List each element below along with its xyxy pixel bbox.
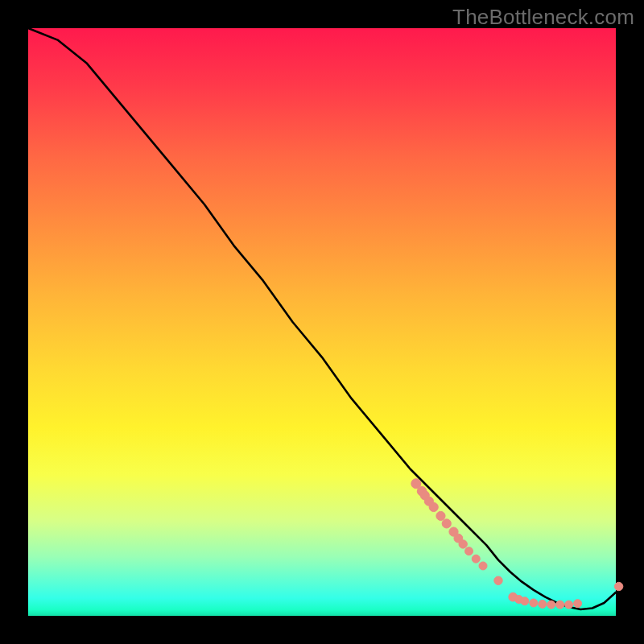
data-point <box>465 547 473 555</box>
data-point <box>565 601 573 609</box>
data-point <box>530 599 538 607</box>
data-point <box>574 600 582 608</box>
data-point <box>539 600 547 608</box>
data-point <box>472 555 480 563</box>
data-point <box>547 601 555 609</box>
data-point <box>442 519 451 528</box>
data-point <box>494 576 502 584</box>
bottleneck-curve <box>28 28 616 609</box>
watermark-label: TheBottleneck.com <box>452 5 634 30</box>
plot-area <box>28 28 616 616</box>
data-point <box>479 562 487 570</box>
data-point <box>429 502 438 511</box>
data-point <box>459 540 467 548</box>
chart-overlay <box>28 28 616 616</box>
data-point <box>614 582 622 590</box>
data-point <box>556 601 564 609</box>
data-point <box>436 511 445 520</box>
data-point <box>521 597 529 605</box>
chart-frame: TheBottleneck.com <box>0 0 644 644</box>
data-points <box>411 479 623 609</box>
